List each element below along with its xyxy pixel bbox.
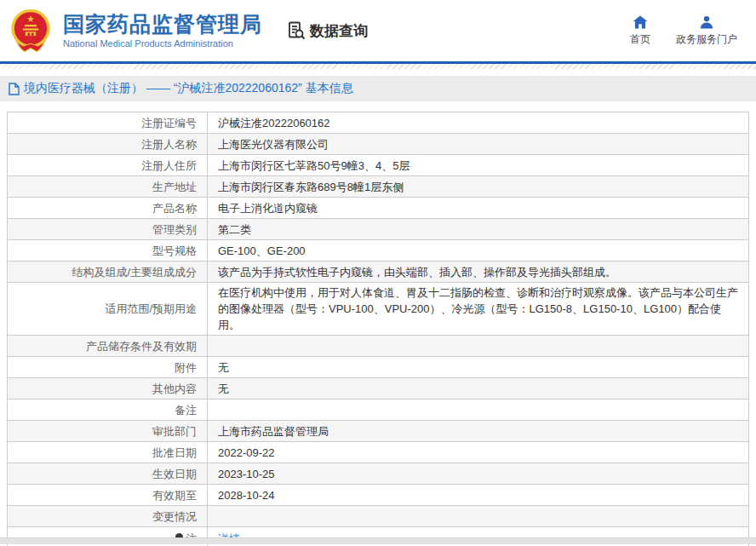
table-row: 产品名称电子上消化道内窥镜	[8, 198, 749, 219]
table-row: 审批部门上海市药品监督管理局	[8, 421, 749, 442]
hatch-band	[0, 64, 756, 69]
row-label: 注册人住所	[8, 155, 208, 176]
row-label: 产品名称	[8, 198, 208, 219]
table-row: 注册人住所上海市闵行区七莘路50号9幢3、4、5层	[8, 155, 749, 176]
table-row: 结构及组成/主要组成成分该产品为手持式软性电子内窥镜，由头端部、插入部、操作部及…	[8, 262, 749, 283]
row-label: 变更情况	[8, 506, 208, 527]
table-row: 生效日期2023-10-25	[8, 463, 749, 485]
row-value	[208, 506, 749, 527]
table-row: 批准日期2022-09-22	[8, 442, 749, 463]
home-icon	[633, 15, 648, 29]
row-value: 在医疗机构中使用，用于对人体食道、胃及十二指肠的检查、诊断和治疗时观察成像。该产…	[208, 283, 749, 336]
row-label: 生效日期	[8, 463, 208, 485]
org-name-zh: 国家药品监督管理局	[63, 13, 262, 37]
org-name-en: National Medical Products Administration	[63, 38, 262, 49]
breadcrumb-text: 境内医疗器械（注册） —— “沪械注准20222060162” 基本信息	[24, 81, 353, 96]
row-label: 其他内容	[8, 378, 208, 399]
user-icon	[699, 15, 714, 29]
row-value: 2023-10-25	[208, 463, 749, 485]
table-row: 注册人名称上海医光仪器有限公司	[8, 134, 749, 155]
row-label: 附件	[8, 357, 208, 378]
row-label: 注册证编号	[8, 112, 208, 134]
row-value: 该产品为手持式软性电子内窥镜，由头端部、插入部、操作部及导光插头部组成。	[208, 262, 749, 283]
registration-info-table: 注册证编号沪械注准20222060162注册人名称上海医光仪器有限公司注册人住所…	[7, 112, 749, 546]
row-label: 生产地址	[8, 176, 208, 198]
row-value	[208, 336, 749, 357]
row-value: 上海市药品监督管理局	[208, 421, 749, 442]
row-label: 有效期至	[8, 485, 208, 506]
nav-item-gov-portal[interactable]: 政务服务门户	[676, 15, 737, 47]
row-value: 沪械注准20222060162	[208, 112, 749, 134]
row-value: 第二类	[208, 219, 749, 240]
row-value	[208, 399, 749, 421]
table-row: 生产地址上海市闵行区春东路689号8幢1层东侧	[8, 176, 749, 198]
row-value: GE-100、GE-200	[208, 240, 749, 262]
row-value: 上海市闵行区春东路689号8幢1层东侧	[208, 176, 749, 198]
table-row: 其他内容无	[8, 378, 749, 399]
table-row: 产品储存条件及有效期	[8, 336, 749, 357]
table-row: 变更情况	[8, 506, 749, 527]
row-value: 无	[208, 378, 749, 399]
table-row: 备注	[8, 399, 749, 421]
national-emblem-logo	[7, 7, 54, 55]
table-row: 附件无	[8, 357, 749, 378]
table-row: 管理类别第二类	[8, 219, 749, 240]
table-row: 注册证编号沪械注准20222060162	[8, 112, 749, 134]
table-row: 型号规格GE-100、GE-200	[8, 240, 749, 262]
row-value: 2022-09-22	[208, 442, 749, 463]
document-icon	[9, 83, 20, 95]
row-label: 型号规格	[8, 240, 208, 262]
row-label: 备注	[8, 399, 208, 421]
row-value: 电子上消化道内窥镜	[208, 198, 749, 219]
table-row: 有效期至2028-10-24	[8, 485, 749, 506]
row-label: 适用范围/预期用途	[8, 283, 208, 336]
document-search-icon	[286, 20, 306, 41]
data-query-label: 数据查询	[310, 21, 368, 41]
table-row: 适用范围/预期用途在医疗机构中使用，用于对人体食道、胃及十二指肠的检查、诊断和治…	[8, 283, 749, 336]
footer-bar	[0, 537, 756, 544]
data-query-title[interactable]: 数据查询	[286, 20, 368, 41]
top-nav: 首页 政务服务门户	[630, 15, 744, 47]
row-label: 注册人名称	[8, 134, 208, 155]
row-label: 批准日期	[8, 442, 208, 463]
row-value: 2028-10-24	[208, 485, 749, 506]
row-value: 上海医光仪器有限公司	[208, 134, 749, 155]
org-names: 国家药品监督管理局 National Medical Products Admi…	[63, 13, 262, 49]
row-label: 管理类别	[8, 219, 208, 240]
nav-item-home[interactable]: 首页	[630, 15, 650, 47]
site-header: 国家药品监督管理局 National Medical Products Admi…	[0, 0, 756, 61]
nav-home-label: 首页	[630, 32, 650, 47]
nav-gov-portal-label: 政务服务门户	[676, 32, 737, 47]
row-label: 审批部门	[8, 421, 208, 442]
info-table-body: 注册证编号沪械注准20222060162注册人名称上海医光仪器有限公司注册人住所…	[8, 112, 749, 546]
row-label: 产品储存条件及有效期	[8, 336, 208, 357]
breadcrumb: 境内医疗器械（注册） —— “沪械注准20222060162” 基本信息	[0, 76, 756, 101]
row-label: 结构及组成/主要组成成分	[8, 262, 208, 283]
row-value: 无	[208, 357, 749, 378]
row-value: 上海市闵行区七莘路50号9幢3、4、5层	[208, 155, 749, 176]
